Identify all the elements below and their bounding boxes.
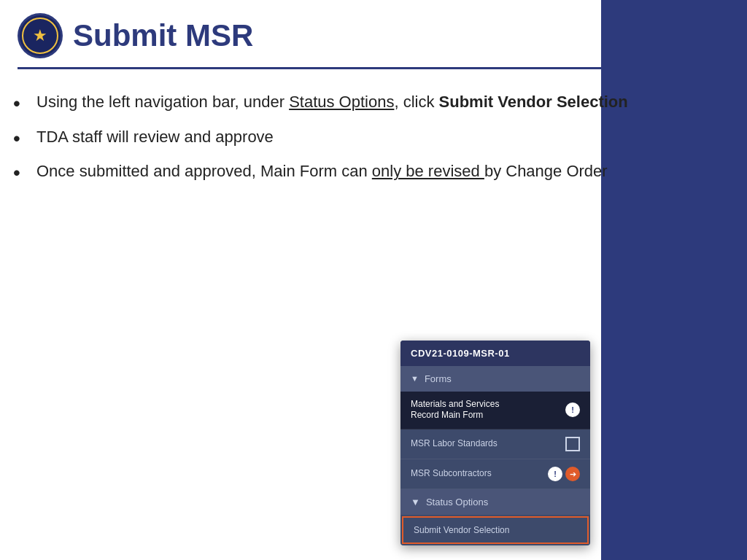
logo-ring bbox=[22, 18, 58, 54]
arrow-icon: ➔ bbox=[565, 467, 580, 481]
status-options-label: Status Options bbox=[426, 497, 488, 508]
page-title: Submit MSR bbox=[73, 18, 253, 53]
header-divider bbox=[18, 67, 729, 69]
status-options-header[interactable]: ▼ Status Options bbox=[400, 489, 590, 515]
nav-panel-title: CDV21-0109-MSR-01 bbox=[411, 348, 510, 359]
logo: ★ bbox=[18, 13, 63, 58]
forms-section-label: Forms bbox=[425, 373, 452, 384]
subcontractors-icons: ! ➔ bbox=[548, 467, 580, 481]
nav-item-subcontractors[interactable]: MSR Subcontractors ! ➔ bbox=[400, 459, 590, 489]
main-content: ★ Submit MSR Using the left navigation b… bbox=[0, 0, 747, 560]
main-form-label: Materials and ServicesRecord Main Form bbox=[411, 399, 565, 421]
status-options-link: Status Options bbox=[289, 93, 394, 111]
bullet-text-1a: Using the left navigation bar, under bbox=[36, 93, 289, 111]
list-item: Using the left navigation bar, under Sta… bbox=[29, 91, 729, 113]
bullet-list: Using the left navigation bar, under Sta… bbox=[0, 91, 747, 182]
bullet-text-3b: by Change Order bbox=[484, 162, 608, 180]
logo-inner: ★ bbox=[20, 15, 61, 56]
header: ★ Submit MSR bbox=[0, 0, 747, 67]
list-item: Once submitted and approved, Main Form c… bbox=[29, 160, 729, 182]
square-icon bbox=[565, 437, 580, 451]
nav-item-main-form[interactable]: Materials and ServicesRecord Main Form ! bbox=[400, 392, 590, 429]
forms-chevron-icon: ▼ bbox=[411, 374, 419, 383]
bullet-text-1b: , click bbox=[394, 93, 438, 111]
submit-vendor-selection-item[interactable]: Submit Vendor Selection bbox=[402, 516, 589, 544]
info-icon-2: ! bbox=[548, 467, 562, 481]
list-item: TDA staff will review and approve bbox=[29, 126, 729, 148]
main-form-icons: ! bbox=[565, 402, 580, 417]
nav-panel: CDV21-0109-MSR-01 ▼ Forms Materials and … bbox=[400, 341, 590, 545]
subcontractors-label: MSR Subcontractors bbox=[411, 468, 548, 480]
status-chevron-icon: ▼ bbox=[411, 497, 420, 508]
forms-section-header[interactable]: ▼ Forms bbox=[400, 366, 590, 392]
bullet-text-3a: Once submitted and approved, Main Form c… bbox=[36, 162, 372, 180]
labor-standards-icons bbox=[565, 437, 580, 451]
submit-vendor-label: Submit Vendor Selection bbox=[414, 525, 509, 535]
submit-vendor-link: Submit Vendor Selection bbox=[439, 93, 628, 111]
nav-panel-header: CDV21-0109-MSR-01 bbox=[400, 341, 590, 366]
bullet-text-2: TDA staff will review and approve bbox=[36, 128, 274, 146]
info-icon: ! bbox=[565, 402, 580, 417]
only-be-revised: only be revised bbox=[372, 162, 484, 180]
labor-standards-label: MSR Labor Standards bbox=[411, 438, 565, 450]
nav-item-labor-standards[interactable]: MSR Labor Standards bbox=[400, 429, 590, 459]
